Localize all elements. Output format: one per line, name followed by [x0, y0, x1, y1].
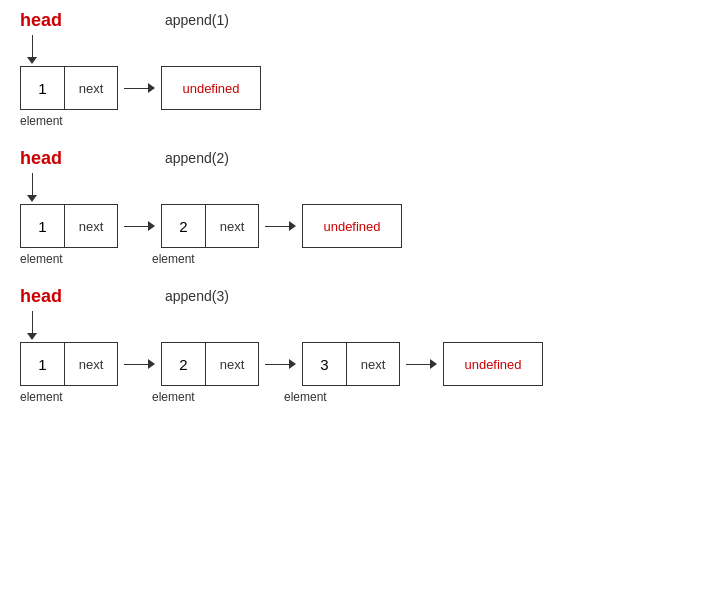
arrow-2-2: [265, 221, 296, 231]
labels-row-3: element element element: [20, 390, 691, 404]
node-3-1-value: 1: [21, 343, 65, 385]
head-label-3: head: [20, 286, 62, 306]
element-label-3-1: element: [20, 390, 116, 404]
arrow-3-1: [124, 359, 155, 369]
arrow-3-3: [406, 359, 437, 369]
diagram-2: head append(2) 1 next 2 next undefined e…: [20, 148, 691, 266]
node-3-2-next: next: [206, 343, 258, 385]
element-label-2-1: element: [20, 252, 116, 266]
nodes-row-3: 1 next 2 next 3 next undefined: [20, 342, 691, 386]
node-3-3-value: 3: [303, 343, 347, 385]
node-1-1-next: next: [65, 67, 117, 109]
undefined-box-3: undefined: [443, 342, 543, 386]
nodes-row-1: 1 next undefined: [20, 66, 691, 110]
node-3-1-next: next: [65, 343, 117, 385]
node-2-2: 2 next: [161, 204, 259, 248]
node-2-2-next: next: [206, 205, 258, 247]
node-3-1: 1 next: [20, 342, 118, 386]
node-3-3-next: next: [347, 343, 399, 385]
labels-row-2: element element: [20, 252, 691, 266]
arrow-2-1: [124, 221, 155, 231]
append-label-3: append(3): [165, 288, 229, 304]
undefined-box-1: undefined: [161, 66, 261, 110]
element-label-2-2: element: [152, 252, 248, 266]
node-2-2-value: 2: [162, 205, 206, 247]
node-3-2-value: 2: [162, 343, 206, 385]
arrow-3-2: [265, 359, 296, 369]
node-2-1: 1 next: [20, 204, 118, 248]
labels-row-1: element: [20, 114, 691, 128]
append-label-2: append(2): [165, 150, 229, 166]
node-1-1: 1 next: [20, 66, 118, 110]
nodes-row-2: 1 next 2 next undefined: [20, 204, 691, 248]
node-3-2: 2 next: [161, 342, 259, 386]
element-label-3-3: element: [284, 390, 380, 404]
head-label-2: head: [20, 148, 62, 168]
head-arrow-3: [32, 311, 691, 340]
node-2-1-value: 1: [21, 205, 65, 247]
node-3-3: 3 next: [302, 342, 400, 386]
node-1-1-value: 1: [21, 67, 65, 109]
element-label-3-2: element: [152, 390, 248, 404]
head-label-1: head: [20, 10, 62, 30]
head-arrow-1: [32, 35, 691, 64]
diagram-1: head append(1) 1 next undefined element: [20, 10, 691, 128]
arrow-to-undefined-1: [124, 83, 155, 93]
node-2-1-next: next: [65, 205, 117, 247]
undefined-box-2: undefined: [302, 204, 402, 248]
head-arrow-2: [32, 173, 691, 202]
element-label-1-1: element: [20, 114, 116, 128]
diagram-3: head append(3) 1 next 2 next 3 next: [20, 286, 691, 404]
append-label-1: append(1): [165, 12, 229, 28]
